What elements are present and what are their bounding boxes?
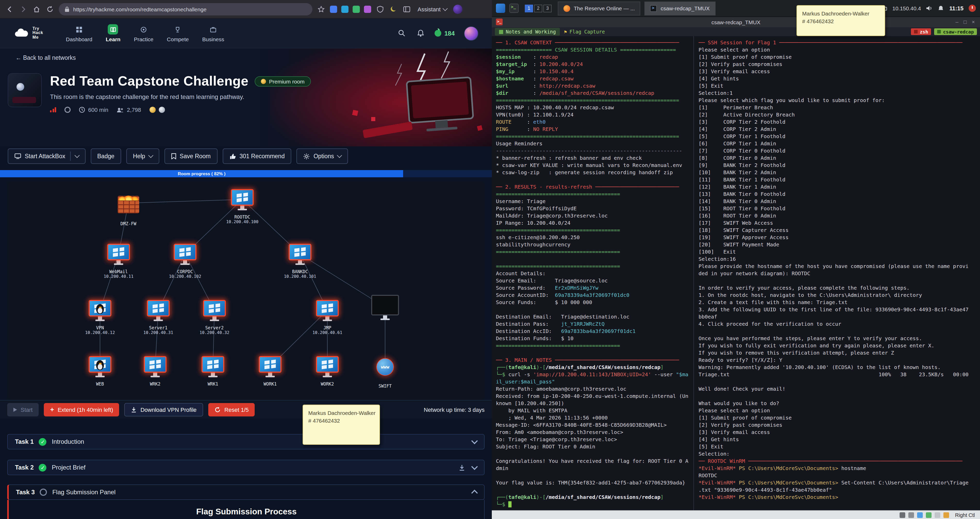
recommend-button[interactable]: 301 Recommend [223, 148, 291, 164]
nav-practice[interactable]: Practice [134, 24, 153, 42]
network-node[interactable]: ROOTDC 10.200.40.100 [222, 189, 263, 225]
task-number: Task 1 [15, 438, 34, 445]
network-node[interactable]: WORK2 [307, 356, 348, 387]
vm-window: 1 2 3 The Reserve Online — ... csaw-redc… [492, 0, 980, 519]
node-label: BANKDC [279, 269, 321, 274]
firefox-icon [563, 5, 570, 11]
terminal-content[interactable]: ── 1. CSAW CONTEXT ─────────────────────… [492, 36, 980, 510]
network-node[interactable]: Server2 10.200.40.32 [194, 300, 235, 335]
network-node[interactable]: WebMail 10.200.40.11 [98, 244, 139, 279]
nav-dashboard[interactable]: Dashboard [66, 24, 92, 42]
extension-icon-1[interactable] [330, 5, 337, 13]
network-node[interactable]: WORK1 [250, 356, 291, 387]
forward-icon[interactable] [19, 5, 28, 14]
extend-network-button[interactable]: +Extend (1h 40min left) [44, 403, 119, 416]
task-row-3[interactable]: Task 3 Flag Submission Panel [7, 484, 485, 500]
network-node[interactable]: WRK2 [135, 356, 176, 387]
back-to-networks-link[interactable]: ← Back to all networks [16, 55, 76, 61]
assistant-button[interactable]: Assistant [415, 6, 449, 12]
options-button[interactable]: Options [296, 148, 348, 164]
shield-icon[interactable] [375, 5, 385, 14]
network-node[interactable]: WEB [80, 356, 121, 387]
chevron-down-icon[interactable] [471, 438, 477, 444]
start-attackbox-button[interactable]: Start AttackBox [8, 148, 85, 164]
extension-icon-2[interactable] [341, 5, 348, 13]
nav-label: Compete [167, 36, 189, 42]
help-button[interactable]: Help [126, 148, 159, 164]
chevron-down-icon [337, 153, 342, 158]
terminal-line: ── 1. CSAW CONTEXT ─────────────────────… [496, 39, 691, 46]
home-icon[interactable] [32, 5, 41, 14]
download-vpn-button[interactable]: Download VPN Profile [124, 403, 204, 416]
bookmark-star-icon[interactable] [317, 5, 326, 14]
workspace-2[interactable]: 2 [534, 5, 542, 12]
terminal-line: * csaw-var KEY VALUE : write manual vars… [496, 162, 691, 169]
network-node[interactable]: www SWIFT [364, 356, 406, 389]
chevron-up-icon[interactable] [471, 490, 477, 496]
close-icon[interactable]: × [972, 17, 975, 27]
collaborator-id: # 476462432 [308, 417, 374, 425]
sidebar-icon[interactable] [402, 5, 411, 14]
workspace-1[interactable]: 1 [525, 5, 533, 12]
user-avatar[interactable] [464, 26, 479, 40]
launcher-icon-1[interactable] [496, 3, 505, 13]
power-icon[interactable] [969, 5, 976, 12]
network-node[interactable]: Server1 10.200.40.31 [138, 300, 179, 335]
terminal-line: Account Details: [496, 270, 691, 277]
tmux-tab-flag-capture[interactable]: ⚑ Flag Capture [560, 28, 609, 36]
browser-toolbar: https://tryhackme.com/room/redteamcapsto… [0, 0, 492, 19]
network-node[interactable]: BANKDC 10.200.40.101 [279, 244, 321, 279]
terminal-line [496, 256, 691, 263]
terminal-line: If you wish to fully exit verification a… [698, 342, 978, 349]
thm-logo[interactable]: TryHackMe [13, 27, 43, 40]
search-icon[interactable] [398, 29, 407, 38]
network-node[interactable]: WRK1 [192, 356, 234, 387]
workspace-switcher: 1 2 3 [525, 5, 552, 12]
task-row-1[interactable]: Task 1 ✓ Introduction [7, 434, 485, 449]
nav-business[interactable]: Business [202, 24, 224, 42]
network-node[interactable]: JMP 10.200.40.61 [307, 300, 348, 335]
network-node[interactable]: DMZ-FW [108, 193, 149, 226]
workspace-3[interactable]: 3 [543, 5, 552, 12]
start-network-button[interactable]: Start [7, 403, 39, 416]
terminal-titlebar[interactable]: >_ csaw-redcap_TMUX – □ × [492, 17, 980, 28]
extension-icon-3[interactable] [353, 5, 360, 13]
taskbar-firefox-window[interactable]: The Reserve Online — ... [558, 1, 641, 15]
url-bar[interactable]: https://tryhackme.com/room/redteamcapsto… [59, 3, 312, 15]
vbox-host-key-label: Right Ctl [955, 512, 975, 518]
launcher-terminal-icon[interactable] [509, 3, 519, 13]
tmux-tab-notes[interactable]: Notes and Working [495, 28, 560, 36]
node-label: WEB [80, 381, 121, 387]
maximize-icon[interactable]: □ [964, 17, 967, 27]
browser-profile-avatar[interactable] [453, 5, 462, 14]
minimize-icon[interactable]: – [956, 17, 958, 27]
network-node[interactable]: VPN 10.200.40.12 [80, 300, 121, 335]
terminal-pane-left[interactable]: ── 1. CSAW CONTEXT ─────────────────────… [492, 36, 694, 510]
terminal-pane-right[interactable]: ── SSH Session for Flag 1 ──────────────… [694, 36, 980, 510]
notifications-bell-icon[interactable] [938, 5, 944, 11]
network-node[interactable]: CORPDC 10.200.40.102 [164, 244, 206, 279]
nav-compete[interactable]: Compete [167, 24, 189, 42]
task-row-2[interactable]: Task 2 ✓ Project Brief [7, 460, 485, 475]
download-icon[interactable] [459, 464, 465, 471]
browser-window: https://tryhackme.com/room/redteamcapsto… [0, 0, 492, 519]
streak-counter[interactable]: 184 [434, 30, 455, 37]
clock[interactable]: 11:15 [949, 5, 964, 11]
badge-button[interactable]: Badge [91, 148, 121, 164]
terminal-line [698, 328, 978, 335]
network-node[interactable] [364, 295, 406, 319]
thumbs-up-icon [229, 153, 236, 160]
refresh-icon[interactable] [45, 5, 55, 14]
back-icon[interactable] [5, 5, 14, 14]
node-ip: 10.200.40.100 [222, 219, 263, 225]
volume-icon[interactable] [926, 5, 933, 11]
dark-mode-moon-icon[interactable] [389, 5, 398, 14]
chevron-down-icon[interactable] [471, 463, 477, 470]
nav-learn[interactable]: Learn [106, 24, 120, 42]
room-hero: ← Back to all networks Red Team Capstone… [0, 48, 492, 146]
extension-icon-4[interactable] [364, 5, 371, 13]
taskbar-terminal-window[interactable]: csaw-redcap_TMUX [645, 1, 715, 15]
save-room-button[interactable]: Save Room [164, 148, 217, 164]
reset-network-button[interactable]: Reset 1/5 [208, 403, 255, 416]
notifications-bell-icon[interactable] [416, 29, 425, 38]
